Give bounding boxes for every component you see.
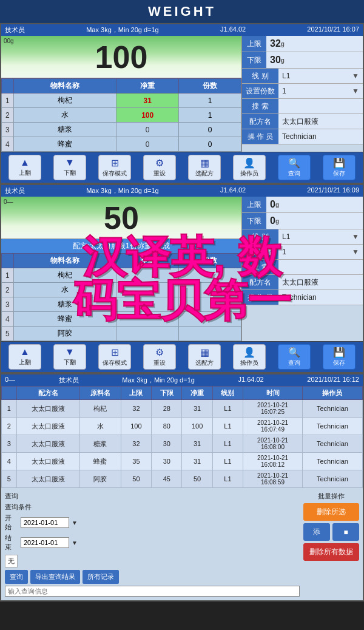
ingredient-weight: [116, 297, 179, 312]
panel2-weight-value: 50: [104, 200, 139, 236]
query-condition-row: 查询条件: [5, 503, 300, 512]
upper-limit-row: 上限 32g: [242, 36, 363, 52]
table-row: 1 太太口服液 枸杞 32 28 31 L1 2021-10-21 16:07:…: [2, 400, 363, 418]
p2-btn-up[interactable]: ▲ 上翻: [8, 344, 41, 370]
table-header-weight: 净重: [116, 79, 179, 93]
record-material: 阿胶: [79, 470, 121, 488]
btn-query[interactable]: 🔍 查询: [278, 155, 311, 180]
notify-bar: 配方:太太口服液1份称重1完成: [1, 239, 241, 253]
table-row: 2 水 100 1: [2, 108, 241, 123]
panel1-right: 上限 32g 下限 30g 线 别 L1 ▼ 设置份数: [241, 36, 363, 152]
btn-save[interactable]: 💾 保存: [323, 155, 356, 180]
record-lower: 30: [152, 435, 182, 453]
btn-save-mode[interactable]: ⊞ 保存模式: [98, 155, 131, 180]
search-info-input[interactable]: [5, 586, 300, 597]
p2-lower-limit-value: 0g: [266, 213, 363, 229]
p2-btn-save[interactable]: 💾 保存: [323, 344, 356, 370]
formula-icon: ▦: [200, 157, 209, 169]
ingredient-name: 糖浆: [13, 297, 116, 312]
chevron-down-icon: ▼: [352, 232, 359, 241]
p2-btn-operator[interactable]: 👤 操作员: [233, 344, 266, 370]
record-material: 枸杞: [79, 400, 121, 418]
p3-header-time: 时间: [243, 387, 303, 400]
table-row: 5 阿胶: [2, 327, 241, 341]
record-operator: Technician: [302, 470, 362, 488]
record-lower: 28: [152, 400, 182, 418]
p2-btn-select-formula[interactable]: ▦ 选配方: [188, 344, 221, 370]
end-date-input[interactable]: [21, 537, 69, 548]
btn-down[interactable]: ▼ 下翻: [53, 155, 86, 180]
btn-save-label: 保存: [333, 169, 345, 178]
export-button[interactable]: 导出查询结果: [30, 570, 80, 584]
line-value: L1 ▼: [278, 69, 363, 83]
row-num: 4: [2, 453, 17, 470]
ingredient-weight: [116, 268, 179, 283]
p2-btn-query-label: 查询: [288, 359, 300, 367]
weight-display: 00g 100: [1, 36, 241, 78]
p2-btn-reset[interactable]: ⚙ 重设: [143, 344, 176, 370]
record-operator: Technician: [302, 435, 362, 453]
app-header: WEIGHT: [0, 0, 364, 23]
ingredient-weight: [116, 327, 179, 341]
p2-formula-row: 配方名 太太口服液: [242, 275, 363, 290]
ingredient-weight: [116, 283, 179, 297]
search-label: 搜 索: [242, 99, 278, 113]
panel1-datetime: 2021/10/21 16:07: [307, 25, 359, 35]
p2-header-portions: 份数: [179, 254, 241, 268]
record-time: 2021-10-21 16:07:25: [243, 400, 303, 418]
down-icon: ▼: [65, 347, 75, 357]
btn-operator[interactable]: 👤 操作员: [233, 155, 266, 180]
panel2-spec: Max 3kg，Min 20g d=1g: [86, 186, 159, 195]
ingredient-portions: [179, 268, 241, 283]
formula-row: 配方名 太太口服液: [242, 114, 363, 129]
row-num: 5: [2, 327, 14, 341]
allrecords-button[interactable]: 所有记录: [83, 570, 119, 584]
start-date-input[interactable]: [21, 517, 69, 528]
down-icon: ▼: [65, 157, 75, 168]
record-net: 100: [182, 418, 212, 435]
batch-title: 批量操作: [303, 492, 359, 501]
end-date-row: 结 束 ▼: [5, 533, 300, 552]
panel3-user: 技术员: [59, 376, 79, 385]
add-button[interactable]: 添: [303, 523, 330, 541]
delete-all-button[interactable]: 删除所有数据: [303, 543, 359, 561]
row-num: 4: [2, 312, 14, 327]
p2-btn-operator-label: 操作员: [240, 359, 258, 367]
query-button[interactable]: 查询: [5, 570, 28, 584]
record-line: L1: [212, 453, 243, 470]
record-time: 2021-10-21 16:08:12: [243, 453, 303, 470]
record-time: 2021-10-21 16:08:00: [243, 435, 303, 453]
p2-btn-save-mode[interactable]: ⊞ 保存模式: [98, 344, 131, 370]
p3-header-operator: 操作员: [302, 387, 362, 400]
lower-limit-row: 下限 30g: [242, 52, 363, 69]
p2-btn-query[interactable]: 🔍 查询: [278, 344, 311, 370]
table-row: 3 太太口服液 糖浆 32 30 31 L1 2021-10-21 16:08:…: [2, 435, 363, 453]
record-net: 31: [182, 453, 212, 470]
panel2-body: 0— 50 配方:太太口服液1份称重1完成 物料名称 净重 份数 1 枸杞 2 …: [1, 197, 363, 341]
panel3-firmware: J1.64.02: [238, 376, 264, 385]
square-button[interactable]: ■: [332, 523, 359, 541]
btn-operator-label: 操作员: [240, 169, 258, 178]
record-formula: 太太口服液: [16, 470, 79, 488]
gear-icon: ⚙: [155, 347, 164, 358]
panel3-spec: Max 3kg，Min 20g d=1g: [122, 376, 195, 385]
delete-selected-button[interactable]: 删除所选: [303, 503, 359, 521]
btn-up[interactable]: ▲ 上翻: [8, 155, 41, 180]
panel2-datetime: 2021/10/21 16:09: [307, 186, 359, 195]
panel1-user: 技术员: [5, 25, 25, 35]
ingredient-weight: 31: [116, 93, 179, 108]
up-icon: ▲: [20, 157, 30, 168]
row-num: 2: [2, 418, 17, 435]
row-num: 5: [2, 470, 17, 488]
panel3-topbar: 0— 技术员 Max 3kg，Min 20g d=1g J1.64.02 202…: [1, 374, 363, 386]
p2-btn-down[interactable]: ▼ 下翻: [53, 344, 86, 370]
chevron-down-icon: ▼: [352, 248, 359, 256]
btn-reset[interactable]: ⚙ 重设: [143, 155, 176, 180]
row-num: 1: [2, 268, 14, 283]
p2-operator-label: 操 作 员: [242, 290, 278, 305]
end-label: 结 束: [5, 533, 18, 552]
btn-select-formula[interactable]: ▦ 选配方: [188, 155, 221, 180]
ingredient-portions: [179, 297, 241, 312]
record-upper: 50: [121, 470, 151, 488]
p3-header-lower: 下限: [152, 387, 182, 400]
